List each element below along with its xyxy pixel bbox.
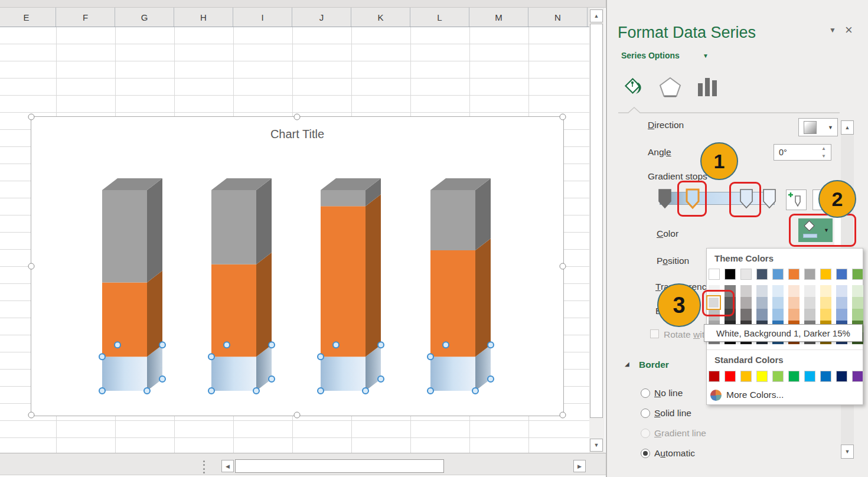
color-swatch[interactable] bbox=[836, 285, 847, 297]
color-swatch[interactable] bbox=[740, 371, 752, 382]
column-header[interactable]: I bbox=[233, 8, 292, 27]
color-swatch[interactable] bbox=[772, 371, 784, 382]
color-swatch[interactable] bbox=[804, 269, 815, 280]
column-header[interactable]: J bbox=[292, 8, 351, 27]
column-header[interactable]: G bbox=[115, 8, 174, 27]
color-swatch[interactable] bbox=[756, 269, 768, 280]
column-header[interactable]: M bbox=[469, 8, 528, 27]
series-selection-handle[interactable] bbox=[472, 388, 478, 394]
series-selection-handle[interactable] bbox=[443, 342, 449, 348]
spinner-down-icon[interactable]: ▼ bbox=[821, 153, 826, 159]
fill-line-tab[interactable] bbox=[622, 76, 646, 99]
border-section-title[interactable]: Border bbox=[639, 360, 669, 370]
series-selection-handle[interactable] bbox=[318, 354, 324, 360]
color-swatch[interactable] bbox=[788, 269, 800, 280]
color-swatch[interactable] bbox=[725, 269, 736, 280]
scroll-left-button[interactable]: ◀ bbox=[221, 460, 234, 472]
color-swatch[interactable] bbox=[725, 371, 736, 382]
column-header[interactable]: F bbox=[56, 8, 115, 27]
color-swatch[interactable] bbox=[836, 371, 847, 382]
series-selection-handle[interactable] bbox=[363, 388, 368, 394]
chart-handle-top-left[interactable] bbox=[28, 114, 35, 120]
chart-canvas[interactable] bbox=[31, 117, 563, 415]
chart-handle-bottom-right[interactable] bbox=[560, 412, 566, 419]
spinner-up-icon[interactable]: ▲ bbox=[821, 146, 826, 151]
solid-line-label[interactable]: Solid line bbox=[654, 408, 691, 419]
color-swatch[interactable] bbox=[836, 309, 847, 321]
color-swatch[interactable] bbox=[820, 297, 831, 309]
theme-main-swatch-row[interactable] bbox=[709, 269, 863, 280]
series-selection-handle[interactable] bbox=[99, 388, 105, 394]
color-swatch[interactable] bbox=[788, 309, 800, 321]
color-swatch[interactable] bbox=[820, 269, 831, 280]
rotate-with-shape-checkbox[interactable] bbox=[650, 329, 659, 338]
color-swatch[interactable] bbox=[836, 297, 847, 309]
pane-close-icon[interactable]: × bbox=[845, 22, 853, 38]
series-selection-handle[interactable] bbox=[99, 354, 105, 360]
series-selection-handle[interactable] bbox=[208, 388, 214, 394]
color-swatch[interactable] bbox=[804, 371, 815, 382]
series-selection-handle[interactable] bbox=[269, 342, 275, 348]
series-selection-handle[interactable] bbox=[428, 354, 433, 360]
color-swatch[interactable] bbox=[772, 269, 784, 280]
color-swatch[interactable] bbox=[852, 269, 863, 280]
color-swatch[interactable] bbox=[740, 309, 752, 321]
pane-scroll-up-button[interactable]: ▲ bbox=[841, 120, 854, 135]
color-swatch[interactable] bbox=[788, 297, 800, 309]
gradient-stop-marker[interactable] bbox=[658, 188, 672, 210]
angle-spinner[interactable]: 0° ▲ ▼ bbox=[774, 144, 831, 161]
series-selection-handle[interactable] bbox=[269, 376, 275, 382]
color-swatch[interactable] bbox=[740, 297, 752, 309]
color-swatch[interactable] bbox=[772, 309, 784, 321]
color-swatch[interactable] bbox=[852, 371, 863, 382]
color-swatch[interactable] bbox=[852, 285, 863, 297]
series-selection-handle[interactable] bbox=[144, 388, 150, 394]
no-line-radio[interactable] bbox=[641, 388, 650, 398]
chart-handle-bottom-left[interactable] bbox=[28, 412, 35, 419]
color-swatch[interactable] bbox=[820, 371, 831, 382]
chart-handle-top-center[interactable] bbox=[294, 114, 301, 120]
vertical-scroll-thumb[interactable] bbox=[590, 24, 603, 418]
pane-scroll-down-button[interactable]: ▼ bbox=[841, 445, 854, 459]
automatic-radio[interactable] bbox=[641, 449, 650, 458]
column-header[interactable]: K bbox=[351, 8, 410, 27]
color-swatch[interactable] bbox=[756, 297, 768, 309]
horizontal-scroll-thumb[interactable] bbox=[235, 459, 444, 473]
color-swatch[interactable] bbox=[788, 371, 800, 382]
column-header[interactable]: H bbox=[174, 8, 233, 27]
section-collapse-icon[interactable]: ◢ bbox=[625, 361, 629, 367]
automatic-label[interactable]: Automatic bbox=[654, 448, 695, 459]
add-gradient-stop-button[interactable] bbox=[786, 190, 807, 210]
color-swatch[interactable] bbox=[804, 285, 815, 297]
series-selection-handle[interactable] bbox=[333, 342, 339, 348]
series-selection-handle[interactable] bbox=[378, 342, 384, 348]
color-swatch[interactable] bbox=[756, 371, 768, 382]
chart-handle-mid-right[interactable] bbox=[560, 263, 566, 270]
splitter-dots-icon[interactable] bbox=[203, 460, 205, 473]
series-selection-handle[interactable] bbox=[253, 388, 259, 394]
series-selection-handle[interactable] bbox=[488, 342, 494, 348]
color-swatch[interactable] bbox=[804, 297, 815, 309]
series-selection-handle[interactable] bbox=[159, 342, 165, 348]
series-options-tab[interactable] bbox=[697, 77, 717, 97]
no-line-label[interactable]: No line bbox=[654, 388, 683, 398]
series-selection-handle[interactable] bbox=[318, 388, 324, 394]
color-swatch[interactable] bbox=[788, 285, 800, 297]
color-swatch[interactable] bbox=[820, 309, 831, 321]
direction-dropdown[interactable]: ▼ bbox=[798, 118, 838, 136]
series-selection-handle[interactable] bbox=[378, 376, 384, 382]
column-header[interactable]: N bbox=[528, 8, 588, 27]
series-selection-handle[interactable] bbox=[224, 342, 230, 348]
chart-handle-bottom-center[interactable] bbox=[294, 412, 301, 419]
standard-swatch-row[interactable] bbox=[709, 371, 863, 382]
color-swatch[interactable] bbox=[740, 285, 752, 297]
chart-handle-top-right[interactable] bbox=[560, 114, 566, 120]
series-selection-handle[interactable] bbox=[159, 376, 165, 382]
series-selection-handle[interactable] bbox=[428, 388, 433, 394]
color-swatch[interactable] bbox=[852, 309, 863, 321]
scroll-up-button[interactable]: ▲ bbox=[590, 9, 603, 22]
series-selection-handle[interactable] bbox=[208, 354, 214, 360]
color-swatch[interactable] bbox=[709, 371, 720, 382]
color-swatch[interactable] bbox=[820, 285, 831, 297]
color-swatch[interactable] bbox=[836, 269, 847, 280]
